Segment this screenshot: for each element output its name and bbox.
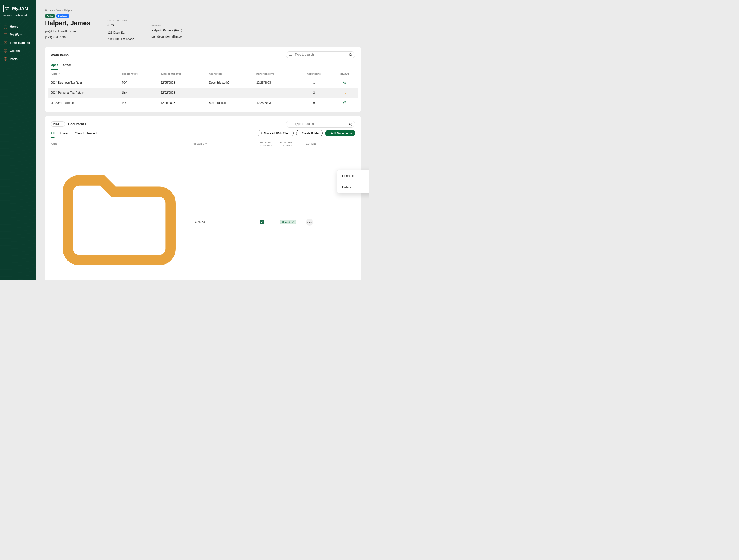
popover-rename[interactable]: Rename — [337, 170, 370, 181]
globe-icon — [3, 57, 7, 61]
menu-icon[interactable] — [288, 53, 292, 57]
svg-rect-0 — [4, 34, 7, 36]
table-row[interactable]: 2024 Personal Tax ReturnLink12/02/2023--… — [48, 88, 358, 98]
documents-title: Documents — [68, 122, 86, 126]
logo-text: MyJAM — [12, 6, 28, 11]
badges: Active Business — [45, 14, 361, 18]
create-folder-button[interactable]: +Create Folder — [296, 130, 323, 136]
col-mark-reviewed[interactable]: MARK AS REVIEWED — [257, 138, 277, 149]
folder-icon — [51, 152, 188, 280]
status-ok-icon — [343, 81, 347, 84]
nav-label: Portal — [10, 57, 18, 60]
documents-actions: +Share All With Client +Create Folder +A… — [258, 130, 355, 138]
tab-shared[interactable]: Shared — [60, 130, 69, 138]
search-input[interactable] — [295, 53, 346, 56]
documents-table: NAME UPDATED▼ MARK AS REVIEWED SHARED WI… — [48, 138, 358, 280]
user-circle-icon — [3, 49, 7, 53]
col-name[interactable]: NAME▼ — [48, 70, 119, 78]
search-input[interactable] — [295, 122, 346, 126]
client-address-1: 123 Easy St. — [108, 30, 134, 35]
share-all-button[interactable]: +Share All With Client — [258, 130, 294, 136]
col-date-requested[interactable]: DATE REQUESTED — [158, 70, 206, 78]
home-icon — [3, 24, 7, 28]
svg-rect-6 — [289, 54, 292, 55]
briefcase-icon — [3, 33, 7, 37]
svg-rect-7 — [289, 55, 292, 56]
nav-item-portal[interactable]: Portal — [3, 57, 33, 61]
svg-rect-12 — [289, 124, 292, 124]
add-documents-button[interactable]: +Add Documents — [325, 130, 355, 136]
documents-card: 2024 Documents All Shared Client Uploade… — [45, 116, 361, 280]
col-response-date[interactable]: REPONSE DATE — [254, 70, 296, 78]
tab-all[interactable]: All — [51, 130, 54, 138]
spouse-name: Halpert, Pamela (Pam) — [151, 28, 184, 33]
tab-open[interactable]: Open — [51, 62, 58, 69]
search-icon[interactable] — [348, 53, 352, 57]
work-items-table: NAME▼ DESCRIPTION DATE REQUESTED RESPONS… — [48, 70, 358, 108]
svg-point-14 — [349, 123, 351, 125]
actions-popover: Rename Delete — [337, 170, 370, 193]
sidebar-subtitle: Internal Dashboard — [3, 14, 33, 17]
client-phone: (123) 456-7890 — [45, 35, 90, 40]
main-content: Clients > James Halpert Active Business … — [36, 0, 370, 280]
nav-item-clients[interactable]: Clients — [3, 49, 33, 53]
col-status[interactable]: STATUS — [332, 70, 358, 78]
spouse-label: SPOUSE — [151, 24, 184, 26]
reviewed-checkbox[interactable] — [260, 220, 264, 224]
col-description[interactable]: DESCRIPTION — [119, 70, 158, 78]
client-name: Halpert, James — [45, 19, 90, 27]
nav-label: Clients — [10, 49, 20, 52]
client-address-2: Scranton, PA 12345 — [108, 36, 134, 41]
col-updated[interactable]: UPDATED▼ — [191, 138, 257, 149]
nav-label: My Work — [10, 33, 22, 36]
svg-rect-11 — [289, 123, 292, 123]
work-items-search[interactable] — [286, 51, 355, 58]
nav-item-my-work[interactable]: My Work — [3, 33, 33, 37]
spouse-email: pam@dundermifflin.com — [151, 34, 184, 39]
logo: JAMCPA MyJAM — [3, 5, 33, 12]
status-pending-icon — [343, 91, 347, 94]
status-ok-icon — [343, 101, 347, 105]
row-actions-button[interactable]: ••• — [306, 219, 313, 226]
table-row[interactable]: Tax Year 2024 Uploads and Questionnaire1… — [48, 149, 358, 280]
nav-item-home[interactable]: Home — [3, 24, 33, 28]
col-shared[interactable]: SHARED WITH THE CLIENT — [277, 138, 303, 149]
search-icon[interactable] — [348, 122, 352, 126]
table-row[interactable]: Q1 2024 EstimatesPDF12/25/2023See attach… — [48, 98, 358, 108]
documents-tabs: All Shared Client Uploaded — [51, 130, 258, 138]
nav-label: Home — [10, 25, 18, 28]
col-actions[interactable]: ACTIONS — [303, 138, 358, 149]
col-name[interactable]: NAME — [48, 138, 191, 149]
shared-badge[interactable]: Shared — [280, 220, 296, 225]
svg-rect-13 — [289, 125, 292, 125]
tab-client-uploaded[interactable]: Client Uploaded — [75, 130, 97, 138]
badge-business: Business — [56, 14, 69, 18]
client-email: jim@dundermifflin.com — [45, 29, 90, 34]
table-row[interactable]: 2024 Business Tax ReturnPDF12/25/2023Doe… — [48, 78, 358, 88]
documents-search[interactable] — [286, 121, 355, 128]
nav: Home My Work Time Tracking Clients Porta… — [3, 24, 33, 61]
year-selector[interactable]: 2024 — [51, 122, 65, 127]
client-header: Halpert, James jim@dundermifflin.com (12… — [45, 19, 361, 41]
nav-label: Time Tracking — [10, 41, 30, 44]
chevron-down-icon — [60, 123, 62, 125]
work-items-tabs: Open Other — [48, 60, 358, 70]
logo-mark: JAMCPA — [3, 5, 10, 12]
col-response[interactable]: RESPONSE — [206, 70, 253, 78]
badge-active: Active — [45, 14, 55, 18]
clock-icon — [3, 41, 7, 45]
col-reminders[interactable]: REMINDERS — [296, 70, 331, 78]
popover-delete[interactable]: Delete — [337, 181, 370, 193]
svg-point-3 — [5, 50, 6, 51]
preferred-name-label: PREFERRED NAME — [108, 19, 134, 21]
svg-point-8 — [349, 53, 351, 55]
nav-item-time-tracking[interactable]: Time Tracking — [3, 41, 33, 45]
sidebar: JAMCPA MyJAM Internal Dashboard Home My … — [0, 0, 36, 280]
work-items-title: Work Items — [51, 53, 68, 56]
work-items-card: Work Items Open Other NAME▼ DESCRIPTION … — [45, 47, 361, 112]
breadcrumb[interactable]: Clients > James Halpert — [45, 9, 361, 12]
tab-other[interactable]: Other — [63, 62, 71, 69]
preferred-name: Jim — [108, 23, 134, 27]
menu-icon[interactable] — [288, 122, 292, 126]
